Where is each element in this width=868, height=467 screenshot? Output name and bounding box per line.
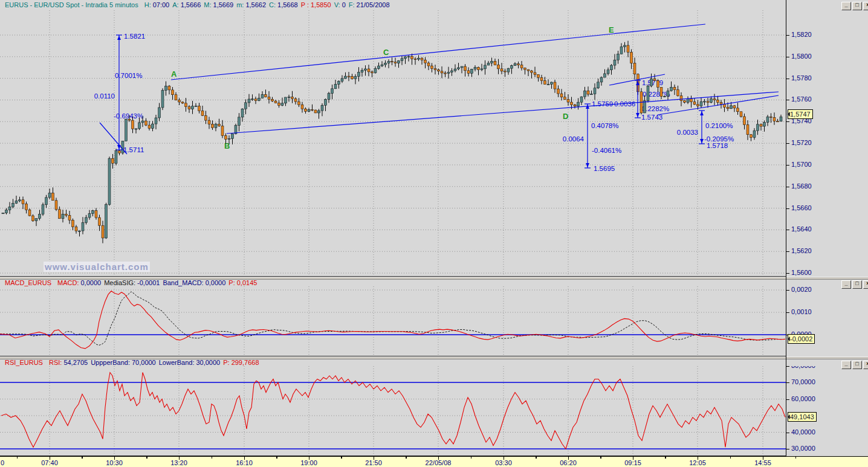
time-label: 14:55 xyxy=(754,459,771,466)
macd-axis[interactable]: 0,00200,00100,0000-0,0002 xyxy=(786,286,868,356)
axis-tick xyxy=(786,312,789,313)
measure-line[interactable] xyxy=(116,35,122,150)
candle xyxy=(594,88,596,94)
candle xyxy=(527,69,530,71)
maximize-button[interactable]: □ xyxy=(852,361,862,369)
candle xyxy=(314,110,317,113)
close-button[interactable]: × xyxy=(863,280,868,289)
candle xyxy=(418,58,420,59)
candle xyxy=(318,111,320,113)
candle xyxy=(514,64,516,66)
candle xyxy=(770,117,772,117)
close-button[interactable]: × xyxy=(863,361,868,369)
candle xyxy=(28,210,31,216)
rsi-value-tag: 49,1043 xyxy=(788,412,817,422)
price-axis[interactable]: 1,58201,58001,57801,57601,57401,57201,57… xyxy=(786,9,868,276)
measure-label: 0.4078% xyxy=(591,122,618,129)
candle xyxy=(215,124,217,127)
rsi-plot[interactable] xyxy=(0,366,786,456)
candle xyxy=(345,76,347,79)
time-minor-tick xyxy=(665,457,666,459)
candle xyxy=(198,106,201,111)
time-label: 12:05 xyxy=(689,459,706,466)
time-minor-tick xyxy=(147,457,147,459)
macd-title-segment: 0,0000 xyxy=(80,279,101,286)
trend-line[interactable] xyxy=(100,123,127,154)
rsi-panel-window-controls: _□× xyxy=(840,361,868,369)
candle xyxy=(175,95,177,100)
candle xyxy=(181,102,184,103)
candle xyxy=(394,62,397,63)
time-tick xyxy=(374,457,374,460)
candle xyxy=(308,109,310,111)
time-label: 21:50 xyxy=(365,459,382,466)
candle xyxy=(52,193,54,200)
candle xyxy=(727,108,729,109)
axis-tick-label: 60,0000 xyxy=(791,395,815,402)
axis-tick-label: 80,0000 xyxy=(791,366,815,369)
wave-letter-d: D xyxy=(563,112,568,121)
candle xyxy=(251,99,254,100)
current-price-tag: 1,5747 xyxy=(788,109,813,119)
macd-plot[interactable] xyxy=(0,286,786,356)
candle xyxy=(507,68,510,72)
candle xyxy=(424,60,427,63)
candle xyxy=(208,120,210,124)
candle xyxy=(79,231,81,231)
axis-tick xyxy=(786,230,789,230)
candle xyxy=(700,101,702,106)
candle xyxy=(454,69,456,71)
time-axis[interactable]: 007:4010:3013:2016:1019:0021:5022/05/080… xyxy=(0,456,868,467)
candle xyxy=(607,70,609,74)
candle xyxy=(713,99,716,100)
candle xyxy=(574,105,576,106)
measure-line[interactable] xyxy=(585,104,591,168)
time-minor-tick xyxy=(600,457,601,459)
candle xyxy=(125,119,128,141)
minimize-button[interactable]: _ xyxy=(841,280,851,289)
candle xyxy=(627,45,629,52)
candle xyxy=(361,70,363,72)
measure-label: -0.4061% xyxy=(592,147,621,154)
maximize-button[interactable]: □ xyxy=(852,2,862,10)
axis-tick xyxy=(786,57,789,57)
minimize-button[interactable]: _ xyxy=(841,361,851,369)
candle xyxy=(434,69,436,70)
candle xyxy=(165,86,167,91)
trend-line[interactable] xyxy=(227,92,779,134)
rsi-title-segment: UppperBand: xyxy=(91,359,130,366)
time-minor-tick xyxy=(277,457,277,459)
candle xyxy=(677,90,679,96)
measure-label: 0.0110 xyxy=(94,92,115,100)
candle xyxy=(248,99,250,103)
axis-tick xyxy=(786,382,789,383)
candle xyxy=(670,87,673,91)
candle xyxy=(547,84,549,85)
candle xyxy=(328,94,330,100)
time-tick xyxy=(244,457,245,460)
macd-title-segment: P: xyxy=(228,279,235,286)
candle xyxy=(697,105,699,106)
close-button[interactable]: × xyxy=(863,2,868,10)
candle xyxy=(258,98,261,100)
candle xyxy=(331,89,334,94)
candle xyxy=(245,103,247,109)
maximize-button[interactable]: □ xyxy=(852,280,862,289)
macd-line xyxy=(0,291,785,349)
measure-label: 1.5821 xyxy=(124,33,145,40)
axis-tick xyxy=(786,121,789,122)
minimize-button[interactable]: _ xyxy=(841,2,851,10)
candle xyxy=(500,69,503,71)
axis-tick-label: 1,5780 xyxy=(791,74,812,82)
candle xyxy=(733,106,736,108)
candle xyxy=(118,151,121,153)
candle xyxy=(690,99,693,102)
candle xyxy=(747,124,749,134)
candle xyxy=(305,109,307,111)
axis-tick xyxy=(786,433,789,433)
candle xyxy=(132,120,134,129)
candle xyxy=(112,158,114,163)
rsi-axis[interactable]: 80,000070,000060,000040,000030,000049,10… xyxy=(786,366,868,456)
time-label: 07:40 xyxy=(41,459,58,466)
price-chart-plot[interactable]: 1.58210.7001%0.0110-0.6943%1.57111.57590… xyxy=(0,0,786,277)
